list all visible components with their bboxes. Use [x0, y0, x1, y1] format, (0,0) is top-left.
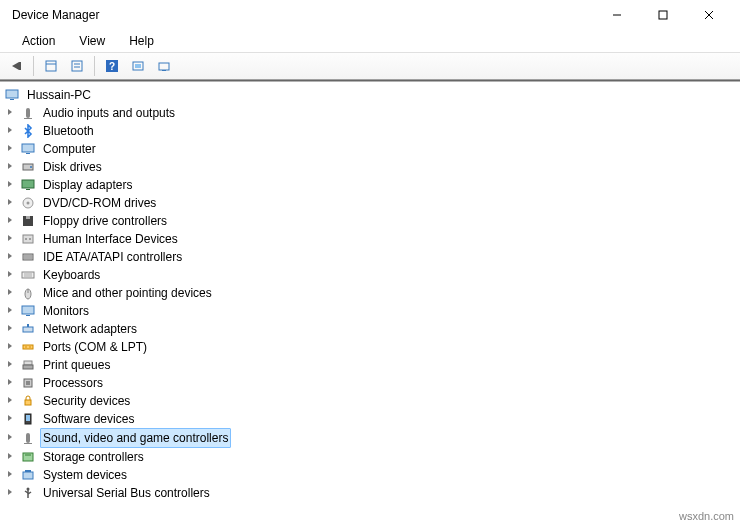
chevron-right-icon[interactable] — [4, 360, 16, 368]
chevron-right-icon[interactable] — [4, 414, 16, 422]
svg-marker-24 — [8, 199, 12, 205]
properties-button[interactable] — [39, 55, 63, 77]
speaker-icon — [20, 430, 36, 446]
chevron-right-icon[interactable] — [4, 234, 16, 242]
tree-node-label: Sound, video and game controllers — [40, 428, 231, 448]
show-hidden-button[interactable] — [152, 55, 176, 77]
tree-node[interactable]: Storage controllers — [2, 448, 738, 466]
ide-icon — [20, 249, 36, 265]
svg-rect-14 — [135, 64, 141, 68]
tree-node[interactable]: Mice and other pointing devices — [2, 284, 738, 302]
tree-node-label: IDE ATA/ATAPI controllers — [40, 248, 185, 266]
disc-icon — [20, 195, 36, 211]
tree-node[interactable]: Ports (COM & LPT) — [2, 338, 738, 356]
chevron-right-icon[interactable] — [4, 433, 16, 441]
chevron-right-icon[interactable] — [4, 270, 16, 278]
tree-node-label: Storage controllers — [40, 448, 147, 466]
tree-node[interactable]: Sound, video and game controllers — [2, 428, 738, 448]
root-label: Hussain-PC — [24, 86, 94, 104]
window-controls — [594, 0, 732, 30]
svg-marker-20 — [8, 127, 12, 133]
menu-help[interactable]: Help — [119, 32, 164, 50]
toolbar-separator — [33, 56, 34, 76]
maximize-button[interactable] — [640, 0, 686, 30]
port-icon — [20, 339, 36, 355]
chevron-right-icon[interactable] — [4, 306, 16, 314]
chevron-right-icon[interactable] — [4, 162, 16, 170]
lock-icon — [20, 393, 36, 409]
chevron-right-icon[interactable] — [4, 452, 16, 460]
minimize-button[interactable] — [594, 0, 640, 30]
tree-node[interactable]: Display adapters — [2, 176, 738, 194]
menu-view[interactable]: View — [69, 32, 115, 50]
svg-rect-15 — [159, 63, 169, 70]
tree-node[interactable]: Software devices — [2, 410, 738, 428]
monitor-icon — [20, 141, 36, 157]
tree-node[interactable]: DVD/CD-ROM drives — [2, 194, 738, 212]
tree-node[interactable]: Bluetooth — [2, 122, 738, 140]
menu-action[interactable]: Action — [12, 32, 65, 50]
svg-marker-32 — [8, 343, 12, 349]
svg-marker-4 — [12, 62, 19, 70]
tree-node[interactable]: Print queues — [2, 356, 738, 374]
device-tree: Hussain-PC Audio inputs and outputsBluet… — [0, 82, 740, 506]
svg-marker-19 — [8, 109, 12, 115]
tree-node[interactable]: Universal Serial Bus controllers — [2, 484, 738, 502]
svg-marker-27 — [8, 253, 12, 259]
tree-node[interactable]: Security devices — [2, 392, 738, 410]
chevron-right-icon[interactable] — [4, 198, 16, 206]
svg-marker-35 — [8, 397, 12, 403]
scan-button[interactable] — [126, 55, 150, 77]
tree-node[interactable]: Monitors — [2, 302, 738, 320]
svg-rect-18 — [10, 99, 14, 100]
tree-node[interactable]: Keyboards — [2, 266, 738, 284]
chevron-right-icon[interactable] — [4, 252, 16, 260]
chevron-right-icon[interactable] — [4, 126, 16, 134]
svg-marker-26 — [8, 235, 12, 241]
tree-node-label: Security devices — [40, 392, 133, 410]
tree-node[interactable]: Network adapters — [2, 320, 738, 338]
tree-node[interactable]: Computer — [2, 140, 738, 158]
svg-marker-23 — [8, 181, 12, 187]
tree-node[interactable]: IDE ATA/ATAPI controllers — [2, 248, 738, 266]
svg-rect-5 — [19, 62, 21, 70]
tree-node-label: Print queues — [40, 356, 113, 374]
chevron-right-icon[interactable] — [4, 108, 16, 116]
view-button[interactable] — [65, 55, 89, 77]
chevron-right-icon[interactable] — [4, 342, 16, 350]
window-title: Device Manager — [8, 8, 594, 22]
tree-node-label: Monitors — [40, 302, 92, 320]
tree-node-label: Universal Serial Bus controllers — [40, 484, 213, 502]
chevron-right-icon[interactable] — [4, 324, 16, 332]
tree-root[interactable]: Hussain-PC — [2, 86, 738, 104]
chevron-right-icon[interactable] — [4, 180, 16, 188]
svg-rect-6 — [46, 61, 56, 71]
tree-node-label: Network adapters — [40, 320, 140, 338]
chevron-right-icon[interactable] — [4, 488, 16, 496]
svg-marker-25 — [8, 217, 12, 223]
software-icon — [20, 411, 36, 427]
tree-node[interactable]: System devices — [2, 466, 738, 484]
chevron-right-icon[interactable] — [4, 144, 16, 152]
svg-marker-40 — [8, 489, 12, 495]
close-button[interactable] — [686, 0, 732, 30]
hid-icon — [20, 231, 36, 247]
chevron-right-icon[interactable] — [4, 288, 16, 296]
tree-node[interactable]: Audio inputs and outputs — [2, 104, 738, 122]
tree-node[interactable]: Human Interface Devices — [2, 230, 738, 248]
tree-node[interactable]: Processors — [2, 374, 738, 392]
mouse-icon — [20, 285, 36, 301]
chevron-right-icon[interactable] — [4, 470, 16, 478]
tree-node-label: Display adapters — [40, 176, 135, 194]
svg-rect-1 — [659, 11, 667, 19]
help-button[interactable]: ? — [100, 55, 124, 77]
tree-node[interactable]: Disk drives — [2, 158, 738, 176]
chevron-right-icon[interactable] — [4, 396, 16, 404]
tree-node[interactable]: Floppy drive controllers — [2, 212, 738, 230]
back-button[interactable] — [4, 55, 28, 77]
watermark: wsxdn.com — [679, 510, 734, 522]
svg-marker-31 — [8, 325, 12, 331]
chevron-right-icon[interactable] — [4, 378, 16, 386]
tree-node-label: Processors — [40, 374, 106, 392]
chevron-right-icon[interactable] — [4, 216, 16, 224]
